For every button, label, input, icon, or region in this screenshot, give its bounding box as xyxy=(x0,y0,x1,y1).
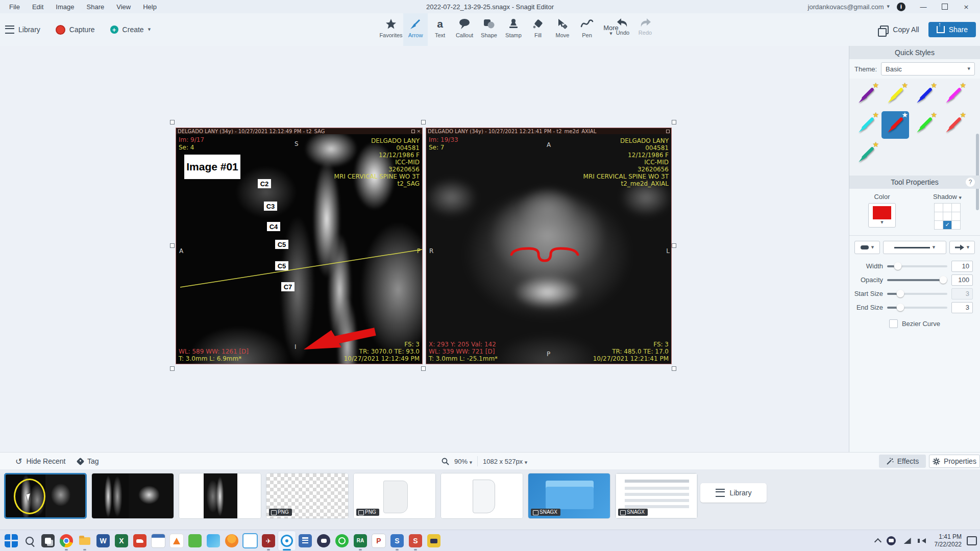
selection-handle[interactable] xyxy=(672,243,676,248)
tray-expand-icon[interactable] xyxy=(874,538,881,545)
taskbar-file-explorer[interactable] xyxy=(76,531,94,551)
properties-tab[interactable]: Properties xyxy=(929,455,980,468)
tool-favorites[interactable]: Favorites xyxy=(379,13,403,46)
quick-style-arrow[interactable]: ★ xyxy=(852,82,880,109)
tool-text[interactable]: a Text xyxy=(428,13,452,46)
taskbar-airplane-app[interactable] xyxy=(259,531,278,551)
network-icon[interactable] xyxy=(902,535,913,546)
scrollbar[interactable] xyxy=(976,134,979,210)
tool-callout[interactable]: Callout xyxy=(452,13,477,46)
taskbar-whatsapp[interactable] xyxy=(333,531,351,551)
selection-handle[interactable] xyxy=(421,120,426,124)
account-dropdown[interactable]: jordankovacs@gmail.com ▼ xyxy=(808,3,890,11)
thumbnail[interactable] xyxy=(440,473,523,519)
zoom-level-dropdown[interactable]: 90% ▼ xyxy=(454,458,472,465)
thumbnail[interactable]: SNAGX xyxy=(615,473,698,519)
theme-select[interactable]: Basic ▼ xyxy=(881,62,975,76)
taskbar-s-red-app[interactable]: S xyxy=(406,531,425,551)
taskbar-ra-app[interactable]: RA xyxy=(351,531,370,551)
quick-style-arrow[interactable]: ★ xyxy=(940,111,967,139)
menu-item[interactable]: Image xyxy=(51,2,79,12)
help-icon[interactable]: ? xyxy=(966,178,975,187)
taskbar-task-view[interactable] xyxy=(39,531,57,551)
tag-button[interactable]: Tag xyxy=(78,453,99,470)
maximize-button[interactable] xyxy=(934,0,955,13)
menu-item[interactable]: View xyxy=(111,2,136,12)
tool-arrow[interactable]: Arrow xyxy=(403,13,428,46)
menu-item[interactable]: Edit xyxy=(27,2,48,12)
quick-style-arrow[interactable]: ★ xyxy=(940,82,967,109)
slider-value-input[interactable]: 100 xyxy=(951,274,973,286)
thumbnail[interactable]: PNG xyxy=(266,473,349,519)
slider-track[interactable] xyxy=(887,279,947,281)
selection-handle[interactable] xyxy=(672,120,676,124)
taskbar-phone-link[interactable] xyxy=(314,531,333,551)
selection-handle[interactable] xyxy=(421,366,426,371)
create-button[interactable]: + Create ▼ xyxy=(110,26,151,34)
library-tray-button[interactable]: Library xyxy=(700,483,767,503)
taskbar-calculator[interactable] xyxy=(296,531,314,551)
tool-move[interactable]: Move xyxy=(550,13,575,46)
taskbar-search[interactable] xyxy=(20,531,39,551)
close-button[interactable]: × xyxy=(955,0,977,13)
taskbar-clock[interactable]: 1:41 PM 7/22/2022 xyxy=(935,533,962,548)
slider-value-input[interactable]: 10 xyxy=(951,261,973,272)
copy-all-button[interactable]: Copy All xyxy=(880,26,919,34)
library-button[interactable]: Library xyxy=(5,26,40,34)
menu-item[interactable]: Share xyxy=(82,2,110,12)
thumbnail[interactable] xyxy=(179,473,261,519)
editing-canvas[interactable]: DELGADO LANY (34y) - 10/27/2021 12:12:49… xyxy=(0,46,849,452)
capture-button[interactable]: Capture xyxy=(56,25,95,35)
taskbar-task-manager[interactable] xyxy=(241,531,259,551)
line-cap-select[interactable]: ▼ xyxy=(854,241,880,254)
line-style-select[interactable]: ▼ xyxy=(883,241,946,254)
notification-center-icon[interactable] xyxy=(967,536,977,545)
share-button[interactable]: Share xyxy=(928,22,976,37)
quick-style-arrow[interactable]: ★ xyxy=(911,111,938,139)
taskbar-green-app[interactable] xyxy=(186,531,204,551)
effects-tab[interactable]: Effects xyxy=(879,455,926,468)
menu-item[interactable]: Help xyxy=(138,2,162,12)
shadow-checked-cell[interactable]: ✓ xyxy=(943,220,952,230)
teams-icon[interactable] xyxy=(886,535,897,546)
selection-handle[interactable] xyxy=(170,243,175,248)
thumbnail[interactable]: PNG xyxy=(353,473,436,519)
slider-track[interactable] xyxy=(887,265,947,267)
slider-value-input[interactable]: 3 xyxy=(951,288,973,299)
tool-shape[interactable]: Shape xyxy=(477,13,501,46)
taskbar-vlc[interactable] xyxy=(167,531,186,551)
taskbar-wallet-app[interactable] xyxy=(425,531,443,551)
taskbar-calendar[interactable] xyxy=(149,531,167,551)
taskbar-start[interactable] xyxy=(2,531,20,551)
quick-style-arrow[interactable]: ★ xyxy=(911,82,938,109)
red-curve-annotation[interactable] xyxy=(509,242,581,269)
quick-style-arrow[interactable]: ★ xyxy=(852,111,880,139)
canvas-size-dropdown[interactable]: 1082 x 527px ▼ xyxy=(483,458,527,465)
slider-track[interactable] xyxy=(887,307,947,309)
slider-value-input[interactable]: 3 xyxy=(951,302,973,313)
menu-item[interactable]: File xyxy=(4,2,25,12)
arrow-end-select[interactable]: ▼ xyxy=(949,241,975,254)
undo-button[interactable]: Undo xyxy=(611,13,634,46)
slider-track[interactable] xyxy=(887,293,947,295)
quick-style-arrow[interactable]: ★ xyxy=(852,141,880,168)
taskbar-pdf-editor[interactable]: P xyxy=(370,531,388,551)
volume-icon[interactable] xyxy=(918,535,929,546)
thumbnail[interactable] xyxy=(4,473,87,519)
thumbnail[interactable] xyxy=(91,473,174,519)
taskbar-word[interactable]: W xyxy=(94,531,112,551)
taskbar-photos[interactable] xyxy=(204,531,223,551)
selection-handle[interactable] xyxy=(672,366,676,371)
minimize-button[interactable]: — xyxy=(913,0,934,13)
tool-fill[interactable]: Fill xyxy=(526,13,550,46)
hide-recent-button[interactable]: ↺ Hide Recent xyxy=(15,453,65,470)
selected-image-object[interactable]: DELGADO LANY (34y) - 10/27/2021 12:12:49… xyxy=(173,122,674,368)
quick-style-arrow[interactable]: ★ xyxy=(881,82,909,109)
selection-handle[interactable] xyxy=(170,120,175,124)
taskbar-excel[interactable]: X xyxy=(112,531,131,551)
info-icon[interactable]: i xyxy=(897,3,905,11)
quick-style-arrow[interactable]: ★ xyxy=(881,111,909,139)
shadow-dropdown[interactable]: Shadow ▼ xyxy=(933,193,962,201)
tool-pen[interactable]: Pen xyxy=(575,13,599,46)
tool-stamp[interactable]: Stamp xyxy=(501,13,526,46)
